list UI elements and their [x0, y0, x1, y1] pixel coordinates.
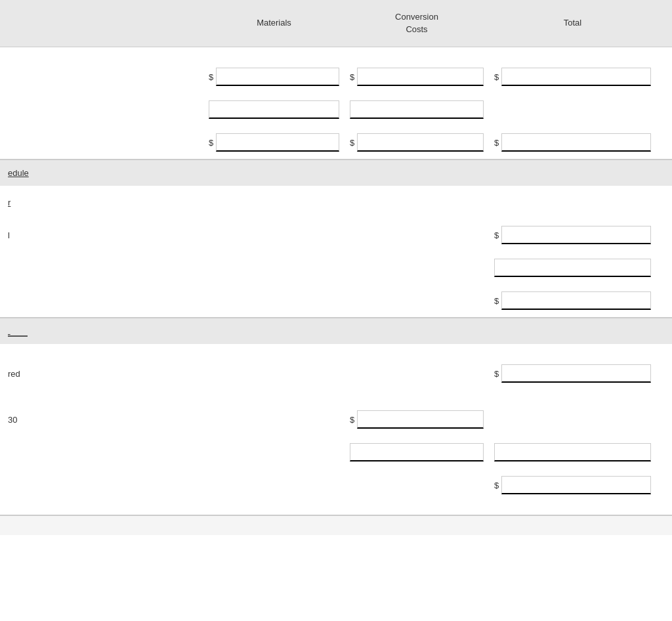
row3-conversion-input[interactable]: [357, 133, 484, 152]
section-header-1: edule: [0, 160, 672, 186]
row-red-total: $: [489, 362, 656, 385]
row1-materials-cell: $: [203, 65, 345, 89]
table-row: [0, 436, 672, 469]
row1-total-input[interactable]: [501, 68, 651, 86]
row-final-conversion: [345, 482, 489, 488]
row3-total-cell: $: [489, 131, 656, 154]
row1-conversion-cell: $: [345, 65, 489, 89]
row-total3-materials: [203, 298, 345, 303]
table-row: $ $ $: [0, 126, 672, 159]
row-30-materials: [203, 417, 345, 422]
section2: r l $: [0, 186, 672, 318]
table-row: 30 $: [0, 403, 672, 436]
main-table: Materials ConversionCosts Total $ $ $: [0, 0, 672, 621]
dollar-sign: $: [350, 415, 354, 425]
dollar-sign: $: [494, 138, 499, 148]
col2-header: Materials: [203, 12, 345, 34]
row-final-total: $: [489, 473, 656, 497]
dollar-sign: $: [350, 138, 354, 148]
row-r-label-text: r: [8, 198, 10, 207]
table-row: $: [0, 469, 672, 502]
row1-label: [0, 74, 203, 79]
row-l-conversion: [345, 232, 489, 238]
row2-conversion-cell: [345, 98, 489, 121]
row-plain-conversion: [345, 265, 489, 270]
row-plain-total-input[interactable]: [494, 259, 651, 277]
row2-conversion-input[interactable]: [350, 100, 484, 119]
table-row: [0, 251, 672, 284]
row1-total-cell: $: [489, 65, 656, 89]
row-30-conversion-input[interactable]: [357, 410, 484, 429]
row3-materials-input[interactable]: [216, 133, 339, 152]
row2-materials-input[interactable]: [209, 100, 339, 119]
row-30-conversion: $: [345, 408, 489, 431]
row-30b-total: [489, 440, 656, 464]
row-final-label: [0, 482, 203, 488]
dollar-sign: $: [494, 296, 499, 306]
row-30b-label: [0, 450, 203, 455]
dollar-sign: $: [494, 72, 499, 82]
row-30-total: [489, 417, 656, 422]
row3-materials-cell: $: [203, 131, 345, 154]
row-l-label: l: [0, 228, 203, 243]
row-total3-label: [0, 298, 203, 303]
row-plain-materials: [203, 265, 345, 270]
row-r-materials: [203, 200, 345, 205]
row-30b-conversion: [345, 440, 489, 464]
col4-header: Total: [489, 12, 656, 34]
row-30-label: 30: [0, 412, 203, 427]
row-r-total: [489, 200, 656, 205]
row-l-materials: [203, 232, 345, 238]
row-plain-total: [489, 256, 656, 280]
table-row: $: [0, 284, 672, 317]
dollar-sign: $: [494, 230, 499, 240]
col1-header: [0, 18, 203, 29]
row1-materials-input[interactable]: [216, 68, 339, 86]
row2-total-cell: [489, 107, 656, 112]
table-row: red $: [0, 357, 672, 390]
dollar-sign: $: [494, 481, 499, 490]
row-total3-total: $: [489, 289, 656, 312]
section1: $ $ $: [0, 47, 672, 160]
dollar-sign: $: [209, 72, 213, 82]
row-red-conversion: [345, 371, 489, 376]
table-row: r: [0, 186, 672, 219]
row-red-label: red: [0, 366, 203, 381]
row-30b-conversion-input[interactable]: [350, 443, 484, 461]
row-l-total-input[interactable]: [501, 226, 651, 244]
table-header: Materials ConversionCosts Total: [0, 0, 672, 47]
col3-header: ConversionCosts: [345, 6, 489, 40]
section-header-1-text: edule: [8, 168, 29, 178]
dollar-sign: $: [209, 138, 213, 148]
table-row: [0, 93, 672, 126]
row-l-total: $: [489, 223, 656, 247]
row-final-total-input[interactable]: [501, 476, 651, 494]
row-total3-total-input[interactable]: [501, 291, 651, 310]
section3: red $ 30 $: [0, 344, 672, 515]
row-red-materials: [203, 371, 345, 376]
row3-conversion-cell: $: [345, 131, 489, 154]
row3-total-input[interactable]: [501, 133, 651, 152]
table-row: $ $ $: [0, 60, 672, 93]
row-30b-total-input[interactable]: [494, 443, 651, 461]
dollar-sign: $: [494, 369, 499, 379]
row2-label: [0, 107, 203, 112]
row2-materials-cell: [203, 98, 345, 121]
row3-label: [0, 140, 203, 145]
row-r-label: r: [0, 195, 203, 210]
row1-conversion-input[interactable]: [357, 68, 484, 86]
row-final-materials: [203, 482, 345, 488]
row-red-total-input[interactable]: [501, 364, 651, 383]
row-30b-materials: [203, 450, 345, 455]
section-header-2: [0, 318, 672, 344]
dollar-sign: $: [350, 72, 354, 82]
footer: [0, 515, 672, 535]
table-row: l $: [0, 219, 672, 251]
row-total3-conversion: [345, 298, 489, 303]
row-r-conversion: [345, 200, 489, 205]
row-plain-label: [0, 265, 203, 270]
